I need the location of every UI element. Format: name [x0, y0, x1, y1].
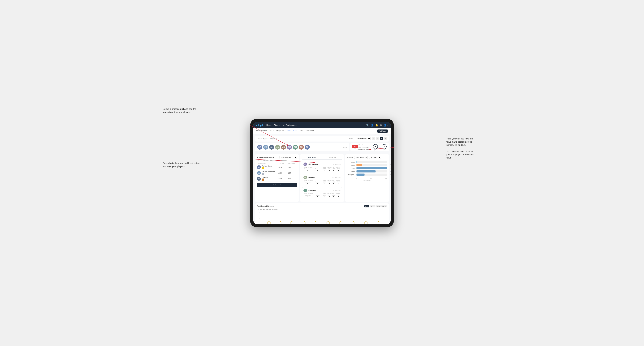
bar-val-bogeys: 311 — [390, 170, 390, 172]
drill-select[interactable]: PUTT Must Make Putting... — [280, 156, 297, 159]
pac-header-2: RB Rees Britt 02 Sep 2023 — [304, 176, 340, 179]
lb-score-2: 18/20 — [278, 172, 288, 174]
app-col-1: APP 0 — [327, 168, 331, 172]
view-full-leaderboard-button[interactable]: View Full Leaderboard — [257, 183, 297, 187]
player-avatar-6[interactable]: BM — [287, 145, 292, 150]
activity-tabs: Most Active Least Active — [302, 156, 342, 160]
player-avatar-2[interactable]: EC — [263, 145, 268, 150]
card-view-icon[interactable]: ▦ — [380, 137, 383, 140]
streak-point: 4x — [339, 221, 342, 224]
subnav-tour[interactable]: Tour — [300, 130, 303, 132]
streak-badge: 4x — [326, 221, 330, 224]
putt-val-2: 0 — [336, 183, 340, 184]
arg-col-2: ARG 0 — [332, 181, 336, 184]
arg-val-2: 0 — [332, 183, 336, 184]
activity-card: Most Active Least Active BM Blair McHarg… — [300, 154, 344, 202]
subnav-pga[interactable]: PGA — [270, 130, 274, 132]
list-view-icon[interactable]: ≡ — [376, 137, 379, 140]
brs-title: Best Round Streaks — [257, 205, 274, 207]
brs-tab-ott[interactable]: OTT — [364, 205, 369, 207]
lb-avg-2: 107 — [288, 172, 297, 174]
show-label: Show: — [349, 138, 353, 140]
score-card-mini: 198 SC Shot Dist: 16 yds Start Lie: Roug… — [350, 143, 389, 151]
tournament-col-3: Tournament 7 — [304, 194, 312, 198]
bar-row-birdies: Birdies 96 — [347, 164, 387, 166]
edit-team-icon[interactable]: ✏ — [276, 138, 278, 140]
brs-tab-putt[interactable]: PUTT — [381, 205, 387, 207]
add-team-button[interactable]: Add Team — [377, 130, 388, 133]
player-avatar-4[interactable]: JC — [275, 145, 280, 150]
nav-items: Home Teams My Performance — [266, 124, 366, 126]
filter-icon[interactable]: ⇅ — [384, 137, 387, 140]
arg-val-3: 0 — [332, 196, 336, 198]
pac-header-3: JC Josh Coles 26 Aug 2023 — [304, 189, 340, 192]
app-val-3: 0 — [327, 196, 331, 198]
streak-point: 7x — [268, 221, 270, 224]
streak-point: 6x — [279, 221, 282, 224]
grid-view-icon[interactable]: ⊞ — [372, 137, 375, 140]
bar-val-pars: 499 — [390, 167, 390, 169]
show-select[interactable]: Last 3 months — [355, 137, 371, 140]
total-rounds-label-1: Total Rounds — [304, 167, 322, 168]
bar-fill-dbogeys — [356, 173, 364, 176]
player-avatar-9[interactable]: TK — [305, 145, 310, 150]
lb-avatar-2: EC — [257, 171, 261, 175]
bar-row-dbogeys: D. Bogeys + 131 — [347, 173, 387, 176]
lb-badge-3: 3 — [262, 178, 264, 181]
lb-row-1: RB Richard Butler 1 19/20 110 — [257, 165, 297, 170]
pac-avatar-3: JC — [304, 189, 307, 192]
player-avatar-1[interactable]: RB — [257, 145, 262, 150]
total-rounds-group-1: Total Rounds Tournament 7 Practice — [304, 167, 322, 172]
app-val-2: 0 — [327, 183, 331, 184]
par-filter-select[interactable]: Par 3, 4 & 5s — [354, 156, 368, 159]
people-icon[interactable]: 👤 — [371, 124, 374, 127]
lb-header: PLAYER NAME PB SCORE PB AVG SQ — [257, 163, 297, 164]
total-rounds-group-2: Total Rounds Tournament 8 Practice — [304, 180, 322, 184]
pac-stats-1: Total Rounds Tournament 7 Practice — [304, 167, 340, 172]
tournament-col-2: Tournament 8 — [304, 181, 312, 184]
total-rounds-label-3: Total Rounds — [304, 193, 322, 194]
subnav-team-clippd[interactable]: Team Clippd — [287, 130, 297, 132]
view-icons: ⊞ ≡ ▦ ⇅ — [372, 137, 387, 140]
nav-my-performance[interactable]: My Performance — [283, 124, 297, 126]
player-avatar-8[interactable]: PH — [299, 145, 304, 150]
brs-tab-app[interactable]: APP — [370, 205, 375, 207]
bar-row-bogeys: Bogeys 311 — [347, 170, 387, 173]
search-icon[interactable]: 🔍 — [366, 124, 369, 127]
players-row: RB EC CL JC AB BM RM PH TK Players — [255, 143, 349, 151]
subnav-pgat[interactable]: PGAT Players — [256, 130, 267, 132]
ott-col-2: OTT 0 — [322, 181, 326, 184]
subnav-hcaps[interactable]: Hcaps 1-5 — [276, 130, 284, 132]
player-avatar-5[interactable]: AB — [281, 145, 286, 150]
streak-point: 6x — [290, 221, 293, 224]
bar-row-eagles: Eagles 3 — [347, 161, 387, 163]
bar-track-dbogeys: 131 — [356, 173, 387, 176]
lb-name-1: Richard Butler — [262, 165, 272, 167]
pac-date-1: 26 Aug 2023 — [333, 164, 340, 165]
lb-avg-1: 110 — [288, 166, 297, 168]
player-avatar-7[interactable]: RM — [293, 145, 298, 150]
player-avatar-3[interactable]: CL — [269, 145, 274, 150]
settings-icon[interactable]: ⚙ — [380, 124, 382, 127]
tournament-val-2: 8 — [304, 183, 312, 184]
pac-date-2: 02 Sep 2023 — [332, 177, 340, 178]
ott-val-2: 0 — [322, 183, 326, 184]
yds-circle-2: 0 — [382, 144, 386, 149]
show-controls: Show: Last 3 months ⊞ ≡ ▦ ⇅ — [349, 137, 387, 140]
least-active-tab[interactable]: Least Active — [322, 156, 342, 159]
streak-badge: 5x — [314, 221, 317, 224]
most-active-tab[interactable]: Most Active — [302, 156, 322, 159]
subnav-all-players[interactable]: All Players — [306, 130, 314, 132]
bar-fill-pars — [356, 167, 387, 169]
shot-info: Shot Dist: 16 yds Start Lie: Rough End L… — [358, 144, 371, 150]
brs-tab-arg[interactable]: ARG — [376, 205, 380, 207]
bell-icon[interactable]: 🔔 — [376, 124, 378, 127]
player-filter-select[interactable]: All Players — [369, 156, 381, 159]
streak-badge: 7x — [268, 221, 270, 224]
nav-home[interactable]: Home — [266, 124, 272, 126]
nav-teams[interactable]: Teams — [274, 124, 280, 126]
total-rounds-group-3: Total Rounds Tournament 7 Practice — [304, 193, 322, 198]
bar-label-pars: Pars — [347, 168, 356, 169]
user-avatar-icon[interactable]: 👤▾ — [384, 124, 388, 127]
lb-player-3: CM Cameron... 3 — [257, 177, 278, 181]
